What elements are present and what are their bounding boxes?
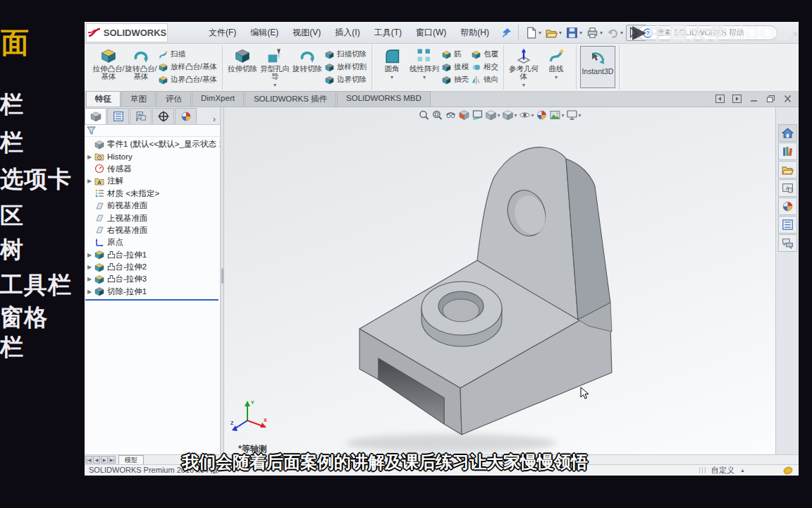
undo-button[interactable]: ▾ (605, 25, 625, 40)
ribbon-button-loft-cut[interactable]: 放样切割 (325, 61, 367, 73)
tree-item-7[interactable]: 右视基准面 (85, 224, 220, 236)
tree-item-11[interactable]: ▶凸台-拉伸3 (85, 273, 220, 285)
ribbon-button-instant3d[interactable]: Instant3D (580, 46, 615, 88)
expand-arrow-icon[interactable]: ▶ (85, 276, 94, 282)
ribbon-button-boss-extrude[interactable]: 拉伸凸台/基体 (92, 46, 125, 80)
display-style-dropdown-arrow[interactable]: ▾ (514, 112, 517, 119)
tree-root-item[interactable]: 零件1 (默认<<默认>_显示状态 1>) (85, 138, 220, 150)
design-library-button[interactable] (778, 143, 797, 160)
save-dropdown-arrow[interactable]: ▾ (579, 30, 582, 36)
ribbon-dropdown-arrow[interactable]: ▾ (522, 82, 525, 88)
new-dropdown-arrow[interactable]: ▾ (539, 30, 541, 36)
panel-tab-property-manager[interactable] (107, 108, 129, 124)
custom-properties-button[interactable] (778, 216, 797, 234)
ribbon-button-rib[interactable]: 筋 (442, 49, 469, 60)
menu-item-3[interactable]: 视图(V) (285, 22, 328, 43)
expand-arrow-icon[interactable]: ▶ (85, 252, 94, 258)
view-orientation-dropdown-arrow[interactable]: ▾ (497, 112, 500, 119)
tab-DimXpert[interactable]: DimXpert (192, 91, 244, 107)
ribbon-button-hole-wizard[interactable]: 异型孔向导▾ (259, 46, 291, 88)
model-tabs-next-button[interactable]: ▶ (101, 456, 108, 464)
file-explorer-button[interactable] (778, 161, 797, 179)
ribbon-button-sweep[interactable]: 扫描 (159, 49, 217, 60)
pin-icon[interactable] (500, 26, 513, 39)
model-tab-模型[interactable]: 模型 (118, 455, 144, 464)
panel-tab-feature-manager[interactable] (85, 108, 106, 124)
ribbon-dropdown-arrow[interactable]: ▾ (390, 74, 393, 80)
section-view-button[interactable] (458, 109, 469, 121)
ribbon-button-fillet[interactable]: 圆角▾ (376, 46, 408, 80)
open-button[interactable]: ▾ (544, 25, 563, 40)
tree-item-8[interactable]: 原点 (85, 236, 220, 248)
display-style-button[interactable]: ▾ (502, 109, 517, 121)
ribbon-button-revolve-cut[interactable]: 旋转切除 (291, 46, 324, 73)
hide-show-items-dropdown-arrow[interactable]: ▾ (531, 112, 534, 119)
zoom-fit-button[interactable] (418, 109, 429, 121)
ribbon-button-shell[interactable]: 抽壳 (442, 74, 469, 85)
zoom-area-button[interactable] (431, 109, 443, 121)
hide-show-items-button[interactable]: ▾ (519, 109, 534, 121)
tree-item-1[interactable]: ▶History (85, 150, 220, 162)
tree-item-3[interactable]: ▶A注解 (85, 175, 220, 187)
ribbon-dropdown-arrow[interactable]: ▾ (273, 82, 276, 88)
open-dropdown-arrow[interactable]: ▾ (559, 30, 562, 36)
new-button[interactable]: ▾ (524, 25, 543, 40)
tab-特征[interactable]: 特征 (86, 91, 121, 107)
tab-草图[interactable]: 草图 (121, 91, 156, 107)
tab-SOLIDWORKS MBD[interactable]: SOLIDWORKS MBD (337, 91, 431, 107)
tree-item-10[interactable]: ▶凸台-拉伸2 (85, 261, 220, 273)
menu-item-7[interactable]: 帮助(H) (453, 22, 496, 43)
tree-item-6[interactable]: 上视基准面 (85, 212, 220, 224)
ribbon-button-intersect[interactable]: 相交 (472, 61, 498, 73)
pane-left-button[interactable] (715, 94, 725, 104)
model-tabs-first-button[interactable]: |◀ (85, 456, 92, 464)
view-settings-dropdown-arrow[interactable]: ▾ (579, 112, 582, 119)
graphics-viewport[interactable]: ▾▾▾▾▾ Y X Z *等轴测 (224, 107, 775, 454)
view-settings-button[interactable]: ▾ (567, 109, 582, 121)
view-orientation-button[interactable]: ▾ (485, 109, 500, 121)
panel-tab-display-manager[interactable] (175, 108, 197, 124)
ribbon-button-sweep-cut[interactable]: 扫描切除 (325, 49, 367, 60)
home-button[interactable] (778, 124, 797, 142)
ribbon-button-revolve-boss[interactable]: 旋转凸台/基体 (125, 46, 157, 80)
expand-arrow-icon[interactable]: ▶ (85, 154, 94, 160)
expand-arrow-icon[interactable]: ▶ (85, 178, 94, 184)
pane-right-button[interactable] (732, 94, 742, 104)
ribbon-button-pattern[interactable]: 线性阵列▾ (408, 46, 441, 80)
tree-filter-row[interactable] (85, 125, 220, 137)
panel-tab-dimxpert-manager[interactable] (152, 108, 174, 124)
tree-item-5[interactable]: 前视基准面 (85, 200, 220, 212)
view-palette-button[interactable] (778, 179, 797, 197)
menu-item-6[interactable]: 窗口(W) (409, 22, 453, 43)
minimize-button[interactable] (749, 94, 759, 104)
appearances-button[interactable] (778, 198, 797, 215)
ribbon-dropdown-arrow[interactable]: ▾ (555, 74, 558, 80)
panel-tab-flyout-arrow[interactable]: › (213, 114, 216, 124)
undo-dropdown-arrow[interactable]: ▾ (620, 30, 623, 36)
menu-item-5[interactable]: 工具(T) (367, 22, 409, 43)
close-button[interactable] (782, 94, 793, 104)
ribbon-button-curve[interactable]: 曲线▾ (540, 46, 572, 80)
tree-item-2[interactable]: 传感器 (85, 163, 220, 175)
watermark-close-icon[interactable]: × (792, 28, 799, 40)
ribbon-button-draft[interactable]: 拔模 (442, 61, 469, 73)
apply-scene-dropdown-arrow[interactable]: ▾ (562, 112, 565, 119)
rollback-bar[interactable] (85, 299, 219, 301)
ribbon-button-wrap[interactable]: 包覆 (472, 49, 498, 60)
tree-item-9[interactable]: ▶凸台-拉伸1 (85, 249, 220, 261)
ribbon-button-reference[interactable]: 参考几何体▾ (508, 46, 540, 88)
model-tabs-prev-button[interactable]: ◀ (93, 456, 100, 464)
ribbon-button-mirror[interactable]: 镜向 (472, 74, 498, 85)
forum-button[interactable] (778, 234, 797, 252)
panel-tab-configuration-manager[interactable]: P (130, 108, 152, 124)
previous-view-button[interactable] (445, 109, 456, 121)
splitter-grip[interactable] (221, 268, 223, 284)
ribbon-dropdown-arrow[interactable]: ▾ (423, 74, 426, 80)
ribbon-button-loft[interactable]: 放样凸台/基体 (159, 61, 217, 73)
edit-appearance-button[interactable] (536, 109, 548, 121)
menu-item-2[interactable]: 编辑(E) (243, 22, 285, 43)
menu-item-4[interactable]: 插入(I) (328, 22, 367, 43)
restore-button[interactable] (765, 94, 776, 104)
tab-评估[interactable]: 评估 (156, 91, 191, 107)
expand-arrow-icon[interactable]: ▶ (85, 289, 94, 295)
